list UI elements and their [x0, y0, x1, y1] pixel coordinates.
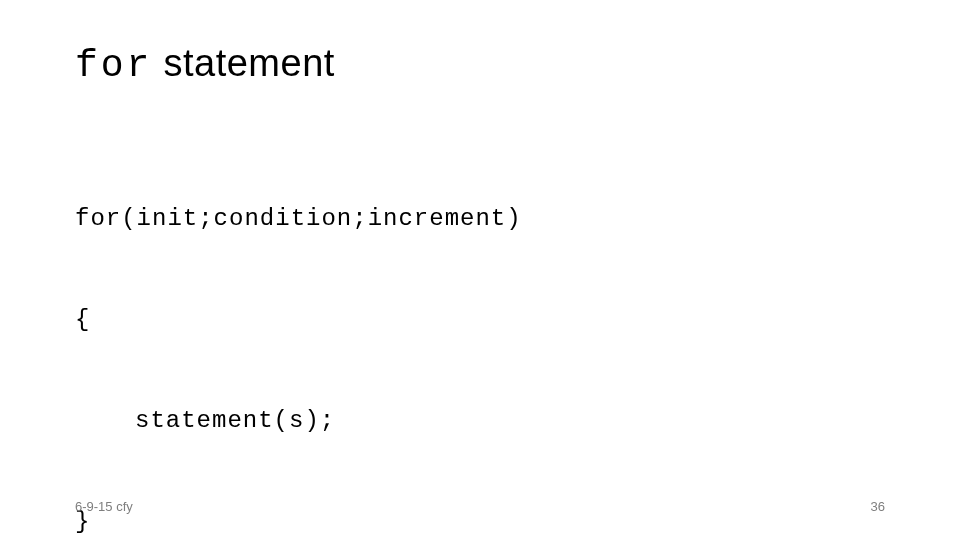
code-block-syntax: for(init;condition;increment) { statemen…	[75, 135, 885, 540]
slide-number: 36	[871, 499, 885, 514]
page-title: for statement	[75, 42, 885, 87]
title-rest: statement	[152, 42, 334, 84]
code-line: {	[75, 303, 885, 337]
slide: for statement for(init;condition;increme…	[0, 0, 960, 540]
title-keyword: for	[75, 44, 152, 87]
code-line: }	[75, 505, 885, 539]
code-line: for(init;condition;increment)	[75, 202, 885, 236]
footer-note: 6-9-15 cfy	[75, 499, 133, 514]
code-line: statement(s);	[75, 404, 885, 438]
